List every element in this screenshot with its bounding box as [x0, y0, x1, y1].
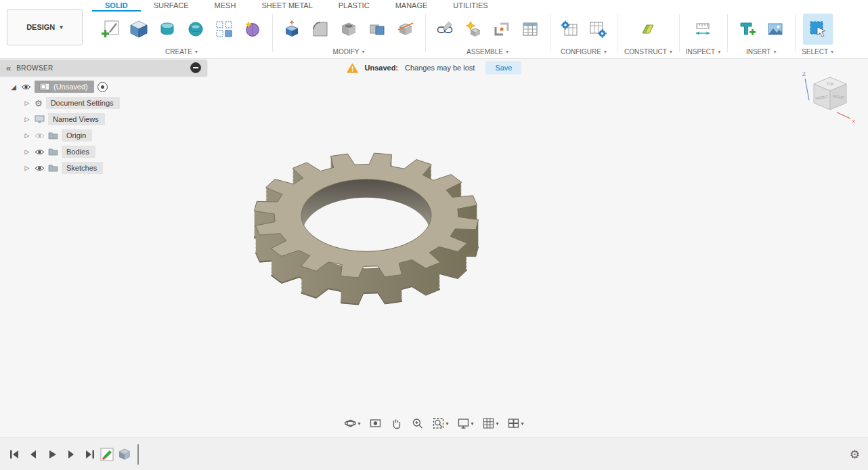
design-workspace-label: DESIGN — [26, 23, 55, 31]
tree-item-label[interactable]: Named Views — [48, 113, 105, 125]
orbit-button[interactable]: ▾ — [342, 415, 362, 431]
group-construct: CONSTRUCT▾ — [617, 12, 679, 58]
insert-derive-button[interactable] — [734, 14, 760, 45]
tab-sheet-metal[interactable]: SHEET METAL — [248, 0, 325, 12]
step-back-button[interactable] — [26, 447, 41, 462]
cylinder-primitive-button[interactable] — [154, 14, 180, 45]
construction-plane-icon — [639, 20, 657, 38]
design-workspace-dropdown[interactable]: DESIGN ▾ — [7, 9, 83, 45]
tab-utilities[interactable]: UTILITIES — [440, 0, 500, 12]
coil-icon — [244, 20, 261, 38]
grid-display-button[interactable]: ▾ — [481, 415, 501, 431]
fillet-button[interactable] — [307, 14, 333, 45]
timeline-settings-gear-icon[interactable]: ⚙ — [850, 447, 860, 461]
visibility-eye-icon[interactable] — [35, 165, 45, 172]
select-button[interactable] — [803, 14, 833, 45]
tab-plastic[interactable]: PLASTIC — [326, 0, 383, 12]
display-settings-icon — [457, 417, 469, 429]
expand-arrow-icon[interactable]: ▷ — [23, 116, 31, 123]
timeline-features — [99, 438, 139, 470]
chevron-down-icon: ▾ — [506, 49, 508, 55]
fit-button[interactable]: ▾ — [430, 415, 450, 431]
pattern-button[interactable] — [211, 14, 237, 45]
sketch-feature-button[interactable] — [99, 446, 115, 463]
expand-arrow-icon[interactable]: ◢ — [9, 83, 18, 91]
press-pull-button[interactable] — [279, 14, 305, 45]
go-to-start-button[interactable] — [7, 447, 22, 462]
coil-button[interactable] — [240, 14, 265, 45]
activate-component-radio[interactable] — [97, 82, 108, 92]
modify-dropdown[interactable]: MODIFY▾ — [333, 46, 365, 58]
viewports-button[interactable]: ▾ — [506, 415, 526, 431]
go-to-end-icon — [84, 448, 96, 461]
browser-header: « BROWSER — [0, 60, 207, 76]
folder-icon — [48, 131, 58, 140]
split-body-button[interactable] — [393, 14, 418, 45]
expand-arrow-icon[interactable]: ▷ — [23, 100, 31, 106]
configuration-insert-button[interactable] — [585, 14, 611, 45]
warning-icon — [347, 63, 358, 73]
folder-icon — [48, 148, 58, 156]
step-forward-button[interactable] — [64, 447, 79, 462]
assemble-dropdown[interactable]: ASSEMBLE▾ — [466, 46, 508, 58]
extrude-button[interactable] — [126, 14, 152, 45]
tree-row-sketches[interactable]: ▷ Sketches — [0, 160, 207, 176]
expand-arrow-icon[interactable]: ▷ — [23, 165, 31, 171]
look-at-button[interactable] — [367, 415, 383, 431]
save-button[interactable]: Save — [485, 61, 521, 74]
extrude-feature-button[interactable] — [116, 446, 133, 463]
extrude-feature-icon — [117, 447, 132, 462]
root-component-label[interactable]: (Unsaved) — [35, 81, 94, 93]
tree-item-label[interactable]: Sketches — [62, 162, 103, 174]
visibility-eye-icon[interactable] — [35, 148, 45, 156]
tree-item-label[interactable]: Document Settings — [46, 97, 120, 109]
construct-plane-button[interactable] — [635, 14, 661, 45]
play-button[interactable] — [45, 447, 60, 462]
tab-surface[interactable]: SURFACE — [141, 0, 202, 12]
tree-item-label[interactable]: Bodies — [62, 146, 95, 158]
inspect-dropdown[interactable]: INSPECT▾ — [686, 46, 720, 58]
tab-solid[interactable]: SOLID — [92, 0, 141, 12]
warning-title: Unsaved: — [365, 64, 399, 72]
tab-manage[interactable]: MANAGE — [383, 0, 441, 12]
tab-mesh[interactable]: MESH — [202, 0, 249, 12]
chevron-down-icon: ▾ — [195, 49, 198, 55]
shell-button[interactable] — [336, 14, 362, 45]
sphere-primitive-button[interactable] — [183, 14, 209, 45]
new-component-button[interactable] — [460, 14, 486, 45]
tree-row-bodies[interactable]: ▷ Bodies — [0, 144, 207, 160]
joint-button[interactable] — [489, 14, 515, 45]
construct-dropdown[interactable]: CONSTRUCT▾ — [624, 46, 672, 58]
assemble-link-button[interactable] — [432, 14, 458, 45]
combine-button[interactable] — [364, 14, 390, 45]
zoom-button[interactable] — [409, 415, 425, 431]
go-to-end-button[interactable] — [83, 447, 97, 462]
pan-button[interactable] — [388, 415, 404, 431]
expand-arrow-icon[interactable]: ▷ — [23, 132, 31, 139]
timeline-playhead[interactable] — [137, 444, 139, 465]
create-dropdown[interactable]: CREATE▾ — [165, 46, 198, 58]
canvas-button[interactable] — [762, 14, 788, 45]
visibility-eye-icon[interactable] — [21, 83, 31, 91]
select-dropdown[interactable]: SELECT▾ — [802, 46, 833, 58]
visibility-eye-off-icon[interactable] — [35, 132, 45, 140]
insert-dropdown[interactable]: INSERT▾ — [746, 46, 777, 58]
configure-button[interactable] — [557, 14, 582, 45]
create-sketch-button[interactable] — [97, 14, 123, 45]
bom-button[interactable] — [517, 14, 543, 45]
tree-row-origin[interactable]: ▷ Origin — [0, 127, 207, 144]
gear-model[interactable] — [252, 150, 482, 317]
pan-hand-icon — [390, 417, 402, 429]
tree-row-named-views[interactable]: ▷ Named Views — [0, 111, 207, 127]
display-settings-button[interactable]: ▾ — [455, 415, 475, 431]
chevron-down-icon: ▾ — [471, 421, 473, 427]
viewcube[interactable]: Z X TOP FRONT RIGHT — [800, 68, 857, 129]
tree-row-root[interactable]: ◢ (Unsaved) — [0, 79, 207, 95]
configure-dropdown[interactable]: CONFIGURE▾ — [561, 46, 607, 58]
minimize-panel-icon[interactable] — [190, 62, 201, 73]
tree-row-document-settings[interactable]: ▷ ⚙ Document Settings — [0, 95, 207, 111]
measure-button[interactable] — [690, 14, 716, 45]
collapse-panel-icon[interactable]: « — [6, 64, 11, 72]
expand-arrow-icon[interactable]: ▷ — [23, 148, 31, 155]
tree-item-label[interactable]: Origin — [62, 129, 92, 142]
